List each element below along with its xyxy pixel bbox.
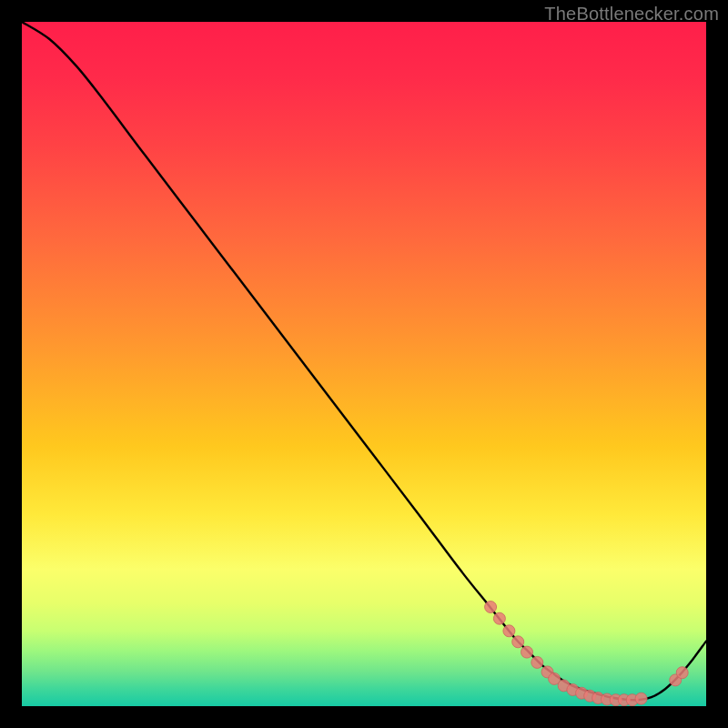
data-marker bbox=[493, 612, 505, 624]
curve-layer bbox=[22, 22, 706, 706]
bottleneck-curve bbox=[22, 22, 706, 700]
plot-area bbox=[22, 22, 706, 706]
marker-group bbox=[485, 602, 689, 706]
chart-stage: TheBottlenecker.com bbox=[0, 0, 728, 728]
data-marker bbox=[635, 693, 647, 704]
data-marker bbox=[531, 656, 543, 668]
data-marker bbox=[676, 667, 688, 679]
data-marker bbox=[512, 636, 524, 648]
data-marker bbox=[521, 646, 533, 658]
data-marker bbox=[485, 602, 497, 613]
attribution-label: TheBottlenecker.com bbox=[544, 4, 719, 25]
data-marker bbox=[503, 625, 515, 637]
